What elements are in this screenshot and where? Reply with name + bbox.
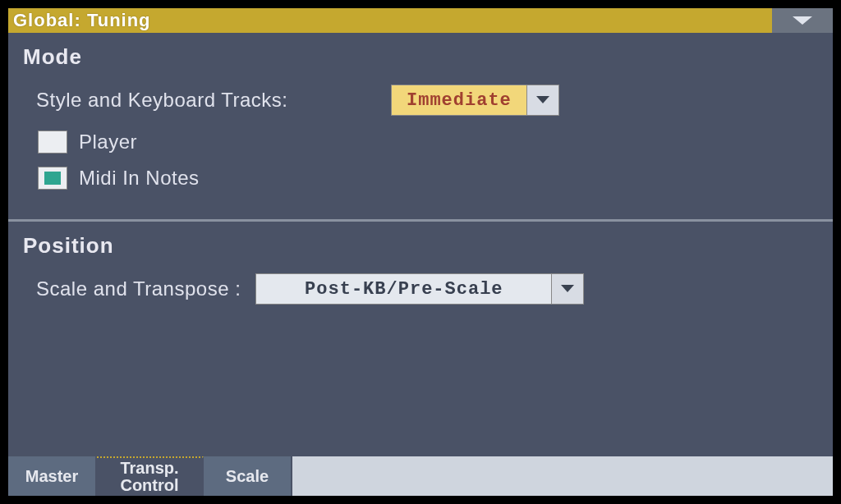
content-area: Mode Style and Keyboard Tracks: Immediat…: [8, 33, 833, 496]
mode-heading: Mode: [23, 44, 818, 70]
menu-button[interactable]: [772, 8, 833, 33]
chevron-down-icon: [535, 95, 550, 105]
section-mode: Mode Style and Keyboard Tracks: Immediat…: [8, 33, 833, 222]
player-checkbox[interactable]: [38, 131, 67, 153]
scale-transpose-dropdown[interactable]: Post-KB/Pre-Scale: [255, 273, 584, 305]
position-heading: Position: [23, 233, 818, 259]
svg-marker-1: [536, 96, 549, 103]
section-position: Position Scale and Transpose : Post-KB/P…: [8, 222, 833, 456]
tab-transp-control[interactable]: Transp. Control: [97, 456, 204, 496]
midi-in-checkbox[interactable]: [38, 167, 67, 190]
title-bar: Global: Tuning: [8, 8, 833, 33]
style-tracks-dropdown[interactable]: Immediate: [391, 85, 559, 116]
midi-in-label: Midi In Notes: [79, 167, 200, 190]
player-row: Player: [38, 131, 818, 153]
style-tracks-dropdown-arrow[interactable]: [526, 85, 559, 116]
midi-in-row: Midi In Notes: [38, 167, 818, 190]
tab-label: Scale: [226, 468, 269, 485]
chevron-down-icon: [560, 284, 575, 294]
svg-marker-0: [793, 16, 812, 25]
style-tracks-label: Style and Keyboard Tracks:: [36, 89, 391, 112]
tab-bar: Master Transp. Control Scale: [8, 456, 833, 496]
page-title: Global: Tuning: [13, 10, 151, 31]
tab-scale[interactable]: Scale: [204, 456, 292, 496]
scale-transpose-dropdown-arrow[interactable]: [551, 273, 584, 305]
chevron-down-icon: [791, 15, 814, 26]
scale-transpose-row: Scale and Transpose : Post-KB/Pre-Scale: [23, 273, 818, 305]
svg-marker-2: [561, 285, 574, 292]
scale-transpose-label: Scale and Transpose :: [36, 277, 241, 300]
check-mark-icon: [44, 172, 61, 185]
style-tracks-value: Immediate: [391, 85, 526, 116]
player-label: Player: [79, 131, 137, 153]
tab-label: Master: [25, 468, 78, 485]
tab-master[interactable]: Master: [8, 456, 97, 496]
style-tracks-row: Style and Keyboard Tracks: Immediate: [23, 85, 818, 116]
tab-label: Transp. Control: [120, 460, 178, 494]
scale-transpose-value: Post-KB/Pre-Scale: [255, 273, 551, 305]
